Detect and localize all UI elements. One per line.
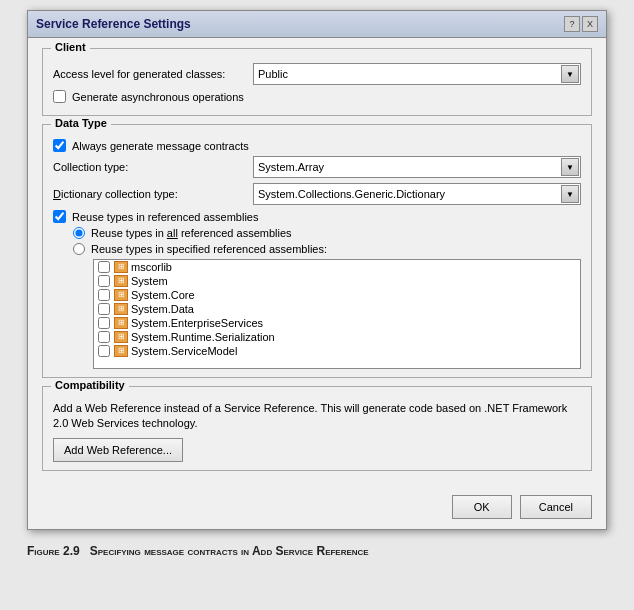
assembly-icon: ⊞ <box>114 289 128 301</box>
ok-button[interactable]: OK <box>452 495 512 519</box>
data-type-section-label: Data Type <box>51 117 111 129</box>
always-generate-label: Always generate message contracts <box>72 140 249 152</box>
reuse-radio-group: Reuse types in all referenced assemblies… <box>73 227 581 369</box>
async-ops-label: Generate asynchronous operations <box>72 91 244 103</box>
always-generate-checkbox[interactable] <box>53 139 66 152</box>
async-ops-row: Generate asynchronous operations <box>53 90 581 103</box>
access-level-dropdown-wrapper: Public Internal ▼ <box>253 63 581 85</box>
assembly-checkbox-enterprise[interactable] <box>98 317 110 329</box>
assembly-icon: ⊞ <box>114 345 128 357</box>
collection-type-dropdown-wrapper: System.Array System.Collections.Generic.… <box>253 156 581 178</box>
client-section: Client Access level for generated classe… <box>42 48 592 116</box>
always-generate-row: Always generate message contracts <box>53 139 581 152</box>
reuse-types-checkbox[interactable] <box>53 210 66 223</box>
radio-specified[interactable] <box>73 243 85 255</box>
assembly-icon: ⊞ <box>114 261 128 273</box>
access-level-label: Access level for generated classes: <box>53 68 253 80</box>
help-button[interactable]: ? <box>564 16 580 32</box>
dictionary-type-dropdown-wrapper: System.Collections.Generic.Dictionary ▼ <box>253 183 581 205</box>
compatibility-text: Add a Web Reference instead of a Service… <box>53 401 581 432</box>
dictionary-type-select[interactable]: System.Collections.Generic.Dictionary <box>253 183 581 205</box>
list-item: ⊞ System <box>94 274 580 288</box>
assembly-name: System.Data <box>131 303 194 315</box>
assembly-name: mscorlib <box>131 261 172 273</box>
assembly-icon: ⊞ <box>114 275 128 287</box>
data-type-section: Data Type Always generate message contra… <box>42 124 592 378</box>
assembly-checkbox-system-core[interactable] <box>98 289 110 301</box>
assembly-checkbox-system-data[interactable] <box>98 303 110 315</box>
list-item: ⊞ System.Runtime.Serialization <box>94 330 580 344</box>
cancel-button[interactable]: Cancel <box>520 495 592 519</box>
collection-type-label: Collection type: <box>53 161 253 173</box>
radio-specified-row: Reuse types in specified referenced asse… <box>73 243 581 255</box>
compatibility-section-label: Compatibility <box>51 379 129 391</box>
assembly-checkbox-runtime[interactable] <box>98 331 110 343</box>
dictionary-type-label: Dictionary collection type: <box>53 188 253 200</box>
title-bar: Service Reference Settings ? X <box>28 11 606 38</box>
assembly-icon: ⊞ <box>114 317 128 329</box>
collection-type-select[interactable]: System.Array System.Collections.Generic.… <box>253 156 581 178</box>
assembly-checkbox-servicemodel[interactable] <box>98 345 110 357</box>
close-button[interactable]: X <box>582 16 598 32</box>
assembly-checkbox-mscorlib[interactable] <box>98 261 110 273</box>
assembly-name: System.Core <box>131 289 195 301</box>
dialog-body: Client Access level for generated classe… <box>28 38 606 489</box>
list-item: ⊞ System.EnterpriseServices <box>94 316 580 330</box>
radio-all[interactable] <box>73 227 85 239</box>
access-level-row: Access level for generated classes: Publ… <box>53 63 581 85</box>
assembly-name: System.ServiceModel <box>131 345 237 357</box>
radio-all-label: Reuse types in all referenced assemblies <box>91 227 292 239</box>
figure-label: Figure 2.9 <box>27 544 80 558</box>
assemblies-list[interactable]: ⊞ mscorlib ⊞ System ⊞ System.Core <box>93 259 581 369</box>
dictionary-type-row: Dictionary collection type: System.Colle… <box>53 183 581 205</box>
assembly-checkbox-system[interactable] <box>98 275 110 287</box>
collection-type-row: Collection type: System.Array System.Col… <box>53 156 581 178</box>
access-level-select[interactable]: Public Internal <box>253 63 581 85</box>
radio-specified-label: Reuse types in specified referenced asse… <box>91 243 327 255</box>
radio-all-row: Reuse types in all referenced assemblies <box>73 227 581 239</box>
figure-description: Specifying message contracts in Add Serv… <box>83 544 369 558</box>
compatibility-section: Compatibility Add a Web Reference instea… <box>42 386 592 471</box>
assembly-name: System <box>131 275 168 287</box>
dialog-title: Service Reference Settings <box>36 17 191 31</box>
figure-caption: Figure 2.9 Specifying message contracts … <box>27 544 607 558</box>
client-section-label: Client <box>51 41 90 53</box>
list-item: ⊞ System.ServiceModel <box>94 344 580 358</box>
title-bar-buttons: ? X <box>564 16 598 32</box>
assembly-icon: ⊞ <box>114 331 128 343</box>
reuse-types-row: Reuse types in referenced assemblies <box>53 210 581 223</box>
list-item: ⊞ System.Data <box>94 302 580 316</box>
async-ops-checkbox[interactable] <box>53 90 66 103</box>
list-item: ⊞ System.Core <box>94 288 580 302</box>
add-web-reference-button[interactable]: Add Web Reference... <box>53 438 183 462</box>
assembly-icon: ⊞ <box>114 303 128 315</box>
dialog-footer: OK Cancel <box>28 489 606 529</box>
reuse-types-label: Reuse types in referenced assemblies <box>72 211 258 223</box>
dialog: Service Reference Settings ? X Client Ac… <box>27 10 607 530</box>
list-item: ⊞ mscorlib <box>94 260 580 274</box>
assembly-name: System.Runtime.Serialization <box>131 331 275 343</box>
assembly-name: System.EnterpriseServices <box>131 317 263 329</box>
